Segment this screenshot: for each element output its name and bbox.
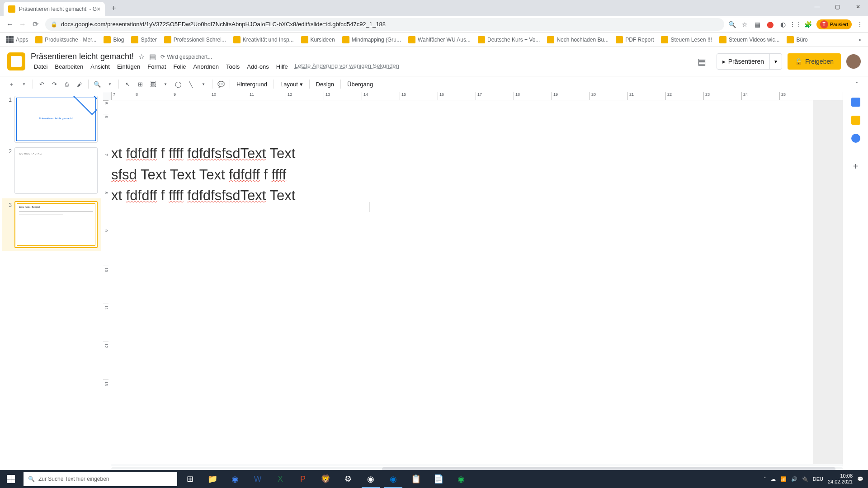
menu-anordnen[interactable]: Anordnen <box>190 62 222 71</box>
menu-hilfe[interactable]: Hilfe <box>273 62 291 71</box>
slide-thumbnail-3[interactable]: Erste Folie - Beispiel <box>14 201 98 248</box>
text-content[interactable]: xt fdfdff f ffff fdfdfsfsdText Text sfsd… <box>111 143 295 206</box>
menu-addons[interactable]: Add-ons <box>244 62 272 71</box>
design-button[interactable]: Design <box>312 81 338 88</box>
extension-icon[interactable]: ⋮⋮ <box>791 20 800 29</box>
extensions-button[interactable]: 🧩 <box>804 20 813 29</box>
explorer-app[interactable]: 📁 <box>202 470 223 488</box>
textbox-tool[interactable]: ⊞ <box>134 78 146 90</box>
slide-thumbnail-1[interactable]: Präsentieren leicht gemacht! <box>14 96 98 143</box>
language-indicator[interactable]: DEU <box>813 476 823 482</box>
word-app[interactable]: W <box>247 470 269 488</box>
notifications-icon[interactable]: 💬 <box>857 476 863 482</box>
bookmark-item[interactable]: Steuern Lesen !!! <box>658 34 714 45</box>
apps-button[interactable]: Apps <box>4 34 31 45</box>
maximize-button[interactable]: ▢ <box>827 0 848 14</box>
bookmark-item[interactable]: Steuern Videos wic... <box>717 34 783 45</box>
last-edit[interactable]: Letzte Änderung vor wenigen Sekunden <box>295 62 399 71</box>
select-tool[interactable]: ↖ <box>122 78 133 90</box>
volume-icon[interactable]: 🔊 <box>791 476 797 482</box>
back-button[interactable]: ← <box>4 18 16 31</box>
powerpoint-app[interactable]: P <box>292 470 314 488</box>
present-dropdown[interactable]: ▼ <box>769 54 782 69</box>
bookmark-item[interactable]: Büro <box>784 34 810 45</box>
comment-tool[interactable]: 💬 <box>215 78 227 90</box>
user-avatar[interactable] <box>846 54 861 69</box>
bookmark-item[interactable]: Noch hochladen Bu... <box>544 34 611 45</box>
star-icon[interactable]: ☆ <box>138 52 145 61</box>
spotify-app[interactable]: ◉ <box>450 470 472 488</box>
slide-thumbnail-2[interactable]: DOWNGRADING <box>14 147 98 194</box>
calendar-icon[interactable] <box>851 98 860 107</box>
bookmark-overflow[interactable]: » <box>856 35 864 45</box>
comments-button[interactable]: ▤ <box>693 52 711 70</box>
star-icon[interactable]: ☆ <box>741 20 750 29</box>
bookmark-item[interactable]: Kreativität und Insp... <box>231 34 297 45</box>
menu-datei[interactable]: Datei <box>31 62 51 71</box>
bookmark-item[interactable]: Wahlfächer WU Aus... <box>406 34 473 45</box>
reload-button[interactable]: ⟳ <box>29 18 42 31</box>
zoom-icon[interactable]: 🔍 <box>728 20 737 29</box>
edge-app[interactable]: ◉ <box>382 470 404 488</box>
tasks-icon[interactable] <box>851 134 860 143</box>
menu-einfuegen[interactable]: Einfügen <box>114 62 143 71</box>
bookmark-item[interactable]: Mindmapping (Gru... <box>340 34 404 45</box>
url-field[interactable]: 🔒 docs.google.com/presentation/d/1yV372S… <box>45 18 724 31</box>
bookmark-item[interactable]: Produktsuche - Mer... <box>33 34 99 45</box>
collapse-toolbar-button[interactable]: ˄ <box>851 78 863 90</box>
redo-button[interactable]: ↷ <box>48 78 60 90</box>
new-slide-dropdown[interactable]: ▼ <box>18 78 30 90</box>
doc-title[interactable]: Präsentieren leicht gemacht! <box>31 52 134 61</box>
keep-icon[interactable] <box>851 116 860 125</box>
wifi-icon[interactable]: 📶 <box>780 476 787 482</box>
start-button[interactable] <box>0 470 22 488</box>
menu-tools[interactable]: Tools <box>223 62 243 71</box>
undo-button[interactable]: ↶ <box>36 78 47 90</box>
extension-icon[interactable]: ▦ <box>753 20 762 29</box>
chrome-app[interactable]: ◉ <box>360 470 382 488</box>
menu-ansicht[interactable]: Ansicht <box>87 62 113 71</box>
app-icon[interactable]: ◉ <box>224 470 246 488</box>
obs-app[interactable]: ⚙ <box>337 470 359 488</box>
background-button[interactable]: Hintergrund <box>233 81 271 88</box>
print-button[interactable]: ⎙ <box>61 78 73 90</box>
image-tool[interactable]: 🖼 <box>147 78 159 90</box>
battery-icon[interactable]: 🔌 <box>802 476 808 482</box>
bookmark-item[interactable]: Kursideen <box>298 34 338 45</box>
image-dropdown[interactable]: ▼ <box>160 78 171 90</box>
taskbar-search[interactable]: 🔍 Zur Suche Text hier eingeben <box>24 472 177 486</box>
close-tab-icon[interactable]: × <box>97 5 100 13</box>
extension-icon[interactable]: ◐ <box>778 20 788 29</box>
excel-app[interactable]: X <box>269 470 291 488</box>
bookmark-item[interactable]: Deutsche Kurs + Vo... <box>475 34 542 45</box>
app-icon[interactable]: 📋 <box>405 470 427 488</box>
thumb-row-2[interactable]: 2 DOWNGRADING <box>2 147 101 194</box>
zoom-dropdown[interactable]: ▼ <box>104 78 116 90</box>
add-addon-button[interactable]: + <box>853 161 859 172</box>
line-dropdown[interactable]: ▼ <box>198 78 209 90</box>
share-button[interactable]: 🔒 Freigeben <box>788 53 841 70</box>
vertical-ruler[interactable]: 5 6 7 8 9 10 11 12 13 <box>103 100 111 472</box>
menu-format[interactable]: Format <box>144 62 169 71</box>
cloud-icon[interactable]: ☁ <box>771 476 776 482</box>
app-icon[interactable]: 🦁 <box>315 470 336 488</box>
horizontal-ruler[interactable]: 7 8 9 10 11 12 13 14 15 16 17 18 19 20 2… <box>111 92 843 100</box>
bookmark-item[interactable]: Blog <box>101 34 127 45</box>
new-tab-button[interactable]: + <box>109 2 118 15</box>
move-icon[interactable]: ▤ <box>149 52 156 61</box>
browser-tab[interactable]: Präsentieren leicht gemacht! - G × <box>4 2 105 16</box>
extension-icon[interactable]: ⬤ <box>766 20 775 29</box>
paint-format-button[interactable]: 🖌 <box>74 78 85 90</box>
menu-button[interactable]: ⋮ <box>855 20 864 29</box>
menu-folie[interactable]: Folie <box>170 62 189 71</box>
forward-button[interactable]: → <box>16 18 29 31</box>
present-button[interactable]: ▸ Präsentieren <box>717 58 769 65</box>
thumb-row-3[interactable]: 3 Erste Folie - Beispiel <box>2 198 101 251</box>
menu-bearbeiten[interactable]: Bearbeiten <box>52 62 86 71</box>
bookmark-item[interactable]: Später <box>128 34 159 45</box>
shape-tool[interactable]: ◯ <box>172 78 184 90</box>
app-icon[interactable]: 📄 <box>428 470 449 488</box>
line-tool[interactable]: ╲ <box>185 78 197 90</box>
tray-expand-icon[interactable]: ˄ <box>764 476 766 482</box>
layout-button[interactable]: Layout ▾ <box>277 81 307 88</box>
